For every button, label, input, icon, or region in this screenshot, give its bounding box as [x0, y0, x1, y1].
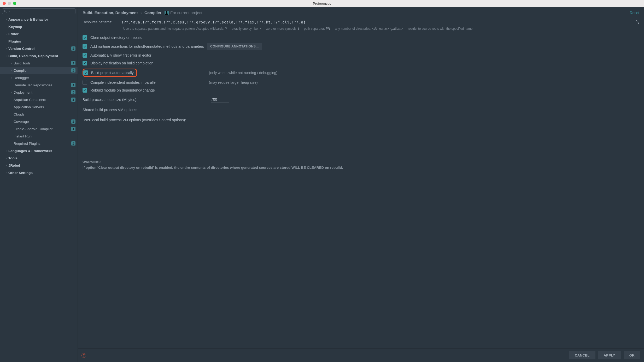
help-button[interactable]: ? — [81, 353, 86, 358]
sidebar-item-remote-jar-repositories[interactable]: Remote Jar Repositories — [0, 81, 78, 89]
sidebar-item-editor[interactable]: ›Editor — [0, 30, 78, 38]
minimize-window-button[interactable] — [8, 2, 11, 5]
chevron-right-icon: › — [9, 69, 14, 72]
sidebar-item-label: Languages & Frameworks — [8, 149, 75, 153]
add-runtime-assertions-row: Add runtime assertions for notnull-annot… — [83, 43, 639, 50]
sidebar-item-label: Required Plugins — [14, 142, 71, 146]
heap-size-input[interactable] — [211, 96, 229, 103]
shared-vm-row: Shared build process VM options: — [83, 106, 639, 113]
sidebar-item-tools[interactable]: ›Tools — [0, 154, 78, 162]
sidebar-item-languages-frameworks[interactable]: ›Languages & Frameworks — [0, 147, 78, 154]
chevron-right-icon: › — [4, 18, 8, 21]
chevron-right-icon: › — [9, 76, 14, 79]
sidebar-item-other-settings[interactable]: ›Other Settings — [0, 169, 78, 176]
sidebar-item-label: Compiler — [14, 69, 71, 73]
header: Build, Execution, Deployment › Compiler … — [83, 10, 639, 15]
project-scope-icon — [71, 98, 75, 102]
sidebar-item-debugger[interactable]: ›Debugger — [0, 74, 78, 81]
display-notification-checkbox[interactable] — [83, 61, 87, 65]
sidebar-item-label: Version Control — [8, 47, 71, 51]
apply-button[interactable]: APPLY — [598, 351, 621, 359]
compile-parallel-checkbox[interactable] — [83, 80, 87, 85]
auto-show-first-error-row: Automatically show first error in editor — [83, 53, 639, 58]
sidebar-item-keymap[interactable]: Keymap — [0, 23, 78, 30]
chevron-right-icon: › — [9, 62, 14, 65]
build-auto-checkbox[interactable] — [83, 70, 88, 75]
sidebar-item-appearance-behavior[interactable]: ›Appearance & Behavior — [0, 16, 78, 23]
clear-output-label: Clear output directory on rebuild — [90, 35, 142, 40]
sidebar-item-compiler[interactable]: ›Compiler — [0, 67, 78, 74]
dialog-footer: ? CANCEL APPLY OK — [78, 348, 644, 362]
configure-annotations-button[interactable]: CONFIGURE ANNOTATIONS... — [207, 43, 262, 50]
sidebar-item-label: Arquillian Containers — [14, 98, 71, 102]
resource-patterns-label: Resource patterns: — [83, 20, 118, 24]
clear-output-checkbox[interactable] — [83, 35, 87, 40]
search-wrap — [0, 7, 78, 16]
project-icon — [165, 11, 169, 15]
sidebar-item-version-control[interactable]: ›Version Control — [0, 45, 78, 52]
warning-block: WARNING! If option 'Clear output directo… — [83, 160, 639, 170]
main-panel: Build, Execution, Deployment › Compiler … — [78, 7, 644, 362]
sidebar-item-coverage[interactable]: Coverage — [0, 118, 78, 125]
chevron-right-icon: › — [4, 47, 8, 50]
cancel-button[interactable]: CANCEL — [569, 351, 595, 359]
dialog-buttons: CANCEL APPLY OK — [569, 351, 640, 359]
ok-button[interactable]: OK — [624, 351, 640, 359]
sidebar-item-label: Coverage — [14, 120, 71, 124]
user-vm-row: User-local build process VM options (ove… — [83, 117, 639, 123]
user-vm-label: User-local build process VM options (ove… — [83, 118, 206, 122]
breadcrumb-part-1: Build, Execution, Deployment — [83, 10, 138, 15]
rebuild-dependency-row: Rebuild module on dependency change — [83, 88, 639, 93]
resource-patterns-value[interactable]: !?*.java;!?*.form;!?*.class;!?*.groovy;!… — [121, 20, 306, 24]
project-scope-icon — [71, 119, 75, 124]
sidebar-item-gradle-android-compiler[interactable]: Gradle-Android Compiler — [0, 125, 78, 132]
compile-parallel-label: Compile independent modules in parallel — [90, 80, 156, 85]
chevron-right-icon: › — [4, 149, 8, 152]
content: Build, Execution, Deployment › Compiler … — [78, 7, 644, 348]
sidebar-item-label: Deployment — [14, 91, 71, 94]
sidebar-item-application-servers[interactable]: Application Servers — [0, 103, 78, 111]
reset-link[interactable]: Reset — [630, 11, 639, 15]
resource-patterns-row: Resource patterns: !?*.java;!?*.form;!?*… — [83, 20, 639, 25]
warning-body: If option 'Clear output directory on reb… — [83, 165, 639, 170]
chevron-right-icon: › — [9, 91, 14, 94]
clear-output-checkbox-row: Clear output directory on rebuild — [83, 35, 639, 40]
sidebar-item-label: Plugins — [8, 39, 75, 43]
add-runtime-assertions-label: Add runtime assertions for notnull-annot… — [90, 44, 204, 49]
sidebar: ›Appearance & BehaviorKeymap›EditorPlugi… — [0, 7, 78, 362]
sidebar-item-jrebel[interactable]: ›JRebel — [0, 162, 78, 169]
rebuild-dependency-checkbox[interactable] — [83, 88, 87, 93]
auto-show-first-error-checkbox[interactable] — [83, 53, 87, 58]
search-input[interactable] — [2, 8, 75, 14]
chevron-right-icon: › — [4, 33, 8, 35]
chevron-right-icon: › — [4, 171, 8, 174]
sidebar-item-instant-run[interactable]: Instant Run — [0, 132, 78, 140]
close-window-button[interactable] — [3, 2, 6, 5]
chevron-down-icon: ⌄ — [4, 54, 8, 57]
sidebar-item-arquillian-containers[interactable]: Arquillian Containers — [0, 96, 78, 103]
zoom-window-button[interactable] — [13, 2, 16, 5]
project-scope-icon — [71, 61, 75, 65]
shared-vm-input[interactable] — [211, 106, 639, 113]
expand-icon[interactable] — [636, 20, 639, 25]
sidebar-item-label: JRebel — [8, 164, 75, 167]
search-icon — [4, 10, 7, 13]
titlebar: Preferences — [0, 0, 644, 7]
sidebar-item-required-plugins[interactable]: Required Plugins — [0, 140, 78, 147]
compiler-options: Clear output directory on rebuild Add ru… — [83, 35, 639, 93]
user-vm-input[interactable] — [211, 117, 639, 123]
sidebar-item-label: Other Settings — [8, 171, 75, 175]
sidebar-item-build-execution-deployment[interactable]: ⌄Build, Execution, Deployment — [0, 52, 78, 59]
sidebar-item-plugins[interactable]: Plugins — [0, 38, 78, 45]
sidebar-item-build-tools[interactable]: ›Build Tools — [0, 59, 78, 67]
build-auto-highlight: Build project automatically — [83, 69, 137, 77]
sidebar-item-clouds[interactable]: Clouds — [0, 111, 78, 118]
add-runtime-assertions-checkbox[interactable] — [83, 44, 87, 49]
warning-title: WARNING! — [83, 160, 639, 165]
build-auto-row: Build project automatically (only works … — [83, 69, 639, 77]
sidebar-item-label: Instant Run — [14, 134, 75, 138]
project-scope-icon — [71, 46, 75, 51]
sidebar-item-deployment[interactable]: ›Deployment — [0, 89, 78, 96]
display-notification-label: Display notification on build completion — [90, 61, 153, 65]
rebuild-dependency-label: Rebuild module on dependency change — [90, 88, 155, 92]
